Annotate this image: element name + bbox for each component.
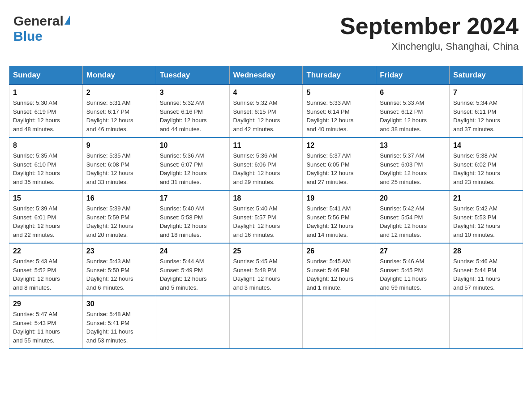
day-info: Sunrise: 5:39 AMSunset: 5:59 PMDaylight:… xyxy=(86,205,133,238)
calendar-cell: 8 Sunrise: 5:35 AMSunset: 6:10 PMDayligh… xyxy=(9,137,83,190)
day-info: Sunrise: 5:42 AMSunset: 5:54 PMDaylight:… xyxy=(380,205,427,238)
location-text: Xinchenglu, Shanghai, China xyxy=(340,41,519,52)
calendar-cell: 2 Sunrise: 5:31 AMSunset: 6:17 PMDayligh… xyxy=(82,85,156,137)
day-info: Sunrise: 5:41 AMSunset: 5:56 PMDaylight:… xyxy=(306,205,353,238)
calendar-cell xyxy=(229,296,303,349)
day-info: Sunrise: 5:33 AMSunset: 6:12 PMDaylight:… xyxy=(380,99,427,133)
calendar-cell: 29 Sunrise: 5:47 AMSunset: 5:43 PMDaylig… xyxy=(9,296,83,349)
calendar-cell: 4 Sunrise: 5:32 AMSunset: 6:15 PMDayligh… xyxy=(229,85,303,137)
day-info: Sunrise: 5:32 AMSunset: 6:15 PMDaylight:… xyxy=(233,99,280,133)
calendar-cell: 30 Sunrise: 5:48 AMSunset: 5:41 PMDaylig… xyxy=(82,296,156,349)
day-number: 8 xyxy=(13,141,79,150)
day-number: 16 xyxy=(86,194,152,202)
calendar-cell: 13 Sunrise: 5:37 AMSunset: 6:03 PMDaylig… xyxy=(376,137,450,190)
col-friday: Friday xyxy=(376,66,450,85)
day-info: Sunrise: 5:37 AMSunset: 6:05 PMDaylight:… xyxy=(306,152,353,185)
month-title: September 2024 xyxy=(340,13,519,39)
calendar-cell: 23 Sunrise: 5:43 AMSunset: 5:50 PMDaylig… xyxy=(82,243,156,296)
calendar-cell: 10 Sunrise: 5:36 AMSunset: 6:07 PMDaylig… xyxy=(156,137,229,190)
calendar-cell: 11 Sunrise: 5:36 AMSunset: 6:06 PMDaylig… xyxy=(229,137,303,190)
day-info: Sunrise: 5:46 AMSunset: 5:44 PMDaylight:… xyxy=(453,258,500,291)
day-info: Sunrise: 5:40 AMSunset: 5:58 PMDaylight:… xyxy=(160,205,207,238)
day-info: Sunrise: 5:36 AMSunset: 6:07 PMDaylight:… xyxy=(160,152,207,185)
day-number: 10 xyxy=(160,141,226,150)
day-info: Sunrise: 5:44 AMSunset: 5:49 PMDaylight:… xyxy=(160,258,207,291)
day-number: 6 xyxy=(380,89,446,97)
day-info: Sunrise: 5:45 AMSunset: 5:48 PMDaylight:… xyxy=(233,258,280,291)
col-tuesday: Tuesday xyxy=(156,66,229,85)
day-number: 28 xyxy=(453,247,519,255)
week-row-3: 15 Sunrise: 5:39 AMSunset: 6:01 PMDaylig… xyxy=(9,190,523,243)
day-number: 12 xyxy=(306,141,372,150)
calendar-cell: 15 Sunrise: 5:39 AMSunset: 6:01 PMDaylig… xyxy=(9,190,83,243)
day-info: Sunrise: 5:35 AMSunset: 6:10 PMDaylight:… xyxy=(13,152,60,185)
day-number: 15 xyxy=(13,194,79,202)
calendar-cell: 17 Sunrise: 5:40 AMSunset: 5:58 PMDaylig… xyxy=(156,190,229,243)
day-info: Sunrise: 5:33 AMSunset: 6:14 PMDaylight:… xyxy=(306,99,353,133)
day-number: 5 xyxy=(306,89,372,97)
calendar-cell: 26 Sunrise: 5:45 AMSunset: 5:46 PMDaylig… xyxy=(303,243,376,296)
calendar-cell: 5 Sunrise: 5:33 AMSunset: 6:14 PMDayligh… xyxy=(303,85,376,137)
day-info: Sunrise: 5:38 AMSunset: 6:02 PMDaylight:… xyxy=(453,152,500,185)
week-row-5: 29 Sunrise: 5:47 AMSunset: 5:43 PMDaylig… xyxy=(9,296,523,349)
col-thursday: Thursday xyxy=(303,66,376,85)
day-number: 9 xyxy=(86,141,152,150)
day-info: Sunrise: 5:30 AMSunset: 6:19 PMDaylight:… xyxy=(13,99,60,133)
day-info: Sunrise: 5:34 AMSunset: 6:11 PMDaylight:… xyxy=(453,99,500,133)
logo-arrow-icon xyxy=(64,16,70,25)
calendar-cell: 3 Sunrise: 5:32 AMSunset: 6:16 PMDayligh… xyxy=(156,85,229,137)
title-block: September 2024 Xinchenglu, Shanghai, Chi… xyxy=(340,13,519,52)
col-monday: Monday xyxy=(82,66,156,85)
calendar-cell: 12 Sunrise: 5:37 AMSunset: 6:05 PMDaylig… xyxy=(303,137,376,190)
calendar-cell xyxy=(156,296,229,349)
day-number: 25 xyxy=(233,247,299,255)
page-header: General Blue September 2024 Xinchenglu, … xyxy=(9,9,523,57)
day-info: Sunrise: 5:46 AMSunset: 5:45 PMDaylight:… xyxy=(380,258,427,291)
day-number: 17 xyxy=(160,194,226,202)
day-number: 22 xyxy=(13,247,79,255)
calendar-cell xyxy=(303,296,376,349)
day-info: Sunrise: 5:35 AMSunset: 6:08 PMDaylight:… xyxy=(86,152,133,185)
calendar-cell: 1 Sunrise: 5:30 AMSunset: 6:19 PMDayligh… xyxy=(9,85,83,137)
day-number: 18 xyxy=(233,194,299,202)
col-sunday: Sunday xyxy=(9,66,83,85)
calendar-cell: 21 Sunrise: 5:42 AMSunset: 5:53 PMDaylig… xyxy=(450,190,523,243)
calendar-cell xyxy=(450,296,523,349)
day-number: 23 xyxy=(86,247,152,255)
calendar-cell: 22 Sunrise: 5:43 AMSunset: 5:52 PMDaylig… xyxy=(9,243,83,296)
day-info: Sunrise: 5:43 AMSunset: 5:52 PMDaylight:… xyxy=(13,258,60,291)
calendar-cell: 25 Sunrise: 5:45 AMSunset: 5:48 PMDaylig… xyxy=(229,243,303,296)
calendar-cell: 14 Sunrise: 5:38 AMSunset: 6:02 PMDaylig… xyxy=(450,137,523,190)
calendar-cell: 9 Sunrise: 5:35 AMSunset: 6:08 PMDayligh… xyxy=(82,137,156,190)
day-info: Sunrise: 5:47 AMSunset: 5:43 PMDaylight:… xyxy=(13,311,60,344)
day-number: 27 xyxy=(380,247,446,255)
calendar-cell: 7 Sunrise: 5:34 AMSunset: 6:11 PMDayligh… xyxy=(450,85,523,137)
day-info: Sunrise: 5:32 AMSunset: 6:16 PMDaylight:… xyxy=(160,99,207,133)
day-number: 1 xyxy=(13,89,79,97)
day-info: Sunrise: 5:42 AMSunset: 5:53 PMDaylight:… xyxy=(453,205,500,238)
day-number: 30 xyxy=(86,300,152,308)
calendar-cell: 27 Sunrise: 5:46 AMSunset: 5:45 PMDaylig… xyxy=(376,243,450,296)
day-number: 19 xyxy=(306,194,372,202)
calendar-cell: 18 Sunrise: 5:40 AMSunset: 5:57 PMDaylig… xyxy=(229,190,303,243)
day-info: Sunrise: 5:48 AMSunset: 5:41 PMDaylight:… xyxy=(86,311,133,344)
day-info: Sunrise: 5:43 AMSunset: 5:50 PMDaylight:… xyxy=(86,258,133,291)
day-number: 21 xyxy=(453,194,519,202)
week-row-2: 8 Sunrise: 5:35 AMSunset: 6:10 PMDayligh… xyxy=(9,137,523,190)
day-number: 26 xyxy=(306,247,372,255)
col-wednesday: Wednesday xyxy=(229,66,303,85)
calendar-cell: 24 Sunrise: 5:44 AMSunset: 5:49 PMDaylig… xyxy=(156,243,229,296)
day-number: 2 xyxy=(86,89,152,97)
week-row-1: 1 Sunrise: 5:30 AMSunset: 6:19 PMDayligh… xyxy=(9,85,523,137)
calendar-cell xyxy=(376,296,450,349)
day-number: 13 xyxy=(380,141,446,150)
calendar-cell: 16 Sunrise: 5:39 AMSunset: 5:59 PMDaylig… xyxy=(82,190,156,243)
day-number: 24 xyxy=(160,247,226,255)
calendar-cell: 6 Sunrise: 5:33 AMSunset: 6:12 PMDayligh… xyxy=(376,85,450,137)
day-info: Sunrise: 5:37 AMSunset: 6:03 PMDaylight:… xyxy=(380,152,427,185)
calendar-table: Sunday Monday Tuesday Wednesday Thursday… xyxy=(9,66,523,349)
day-number: 11 xyxy=(233,141,299,150)
calendar-cell: 28 Sunrise: 5:46 AMSunset: 5:44 PMDaylig… xyxy=(450,243,523,296)
day-info: Sunrise: 5:40 AMSunset: 5:57 PMDaylight:… xyxy=(233,205,280,238)
logo: General Blue xyxy=(13,13,70,44)
